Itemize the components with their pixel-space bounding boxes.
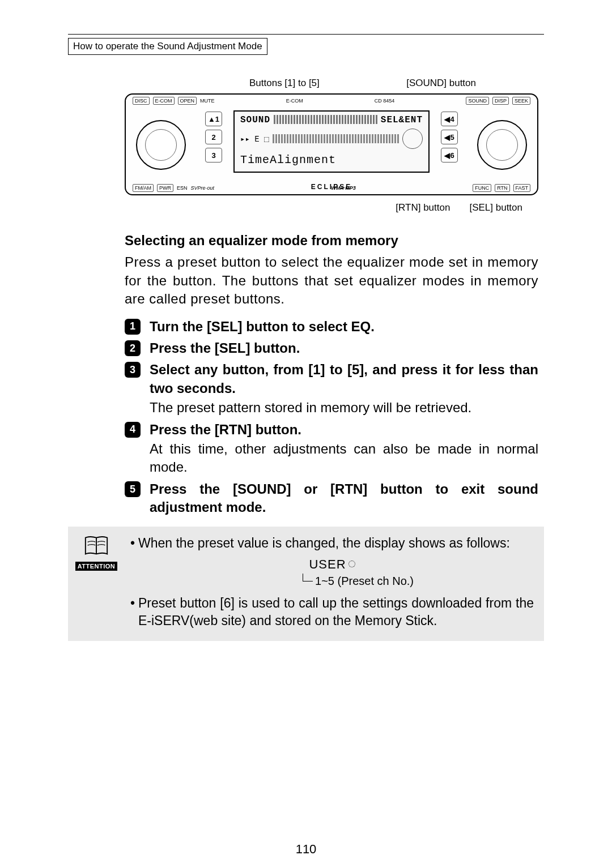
step-number-icon: 5 [125,481,141,497]
label-pwr: PWR [157,184,173,192]
preset-circle-icon [348,561,355,567]
attention-line-1: When the preset value is changed, the di… [138,535,534,552]
badge-svpreout: SVPre-out [191,185,215,191]
user-display-example: USER [130,556,534,573]
step-number-icon: 1 [125,319,141,335]
bullet-icon: • [130,535,138,552]
play-icon: ▸▸ E ⬚ [240,134,269,144]
section-title: Selecting an equalizer mode from memory [125,232,538,250]
attention-line-2: Preset button [6] is used to call up the… [138,595,534,630]
display-bars-icon [274,115,377,124]
steps-list: 1 Turn the [SEL] button to select EQ. 2 … [125,318,538,517]
label-func: FUNC [473,184,491,192]
preset-4: ◀ 4 [441,112,458,126]
intro-paragraph: Press a preset button to select the equa… [125,253,538,308]
label-fm-am: FM/AM [133,184,154,192]
brand-eclipse: ECLIPSE [311,183,352,191]
book-icon [83,533,109,559]
step-5: 5 Press the [SOUND] or [RTN] button to e… [125,480,538,517]
spectrum-icon [273,134,400,143]
label-rtn: RTN [495,184,509,192]
page-number: 110 [296,842,317,857]
stereo-faceplate: DISC E-COM OPEN MUTE E-COM CD 8454 SOUND… [125,93,538,195]
right-knob [477,120,527,170]
step-text: Press the [SEL] button. [150,340,300,356]
step-text: Press the [RTN] button. [150,422,301,437]
display-label-selent: SEL&ENT [381,115,423,125]
bullet-icon: • [130,595,138,630]
preset-5: ◀ 5 [441,130,458,144]
preset-1: ▲ 1 [205,112,222,126]
label-seek: SEEK [512,97,530,105]
callout-buttons-1-5: Buttons [1] to [5] [249,78,320,89]
label-sound: SOUND [466,97,489,105]
stereo-diagram: Buttons [1] to [5] [SOUND] button DISC E… [125,78,538,213]
step-number-icon: 2 [125,340,141,356]
step-note: At this time, other adjustments can also… [150,440,538,477]
label-mute: MUTE [200,98,215,104]
user-caption: 1~5 (Preset ch No.) [156,574,560,589]
step-number-icon: 4 [125,422,141,438]
stereo-display: SOUND SEL&ENT ▸▸ E ⬚ TimeAlignment [233,110,430,173]
label-open: OPEN [178,97,197,105]
body-content: Selecting an equalizer mode from memory … [125,232,538,516]
left-knob [136,120,186,170]
preset-6: ◀ 6 [441,148,458,163]
step-note: The preset pattern stored in memory will… [150,399,538,417]
step-1: 1 Turn the [SEL] button to select EQ. [125,318,538,336]
label-fast: FAST [513,184,531,192]
callout-sel-button: [SEL] button [469,202,522,213]
preset-buttons-left: ▲ 1 2 3 [205,112,222,163]
step-4: 4 Press the [RTN] button. At this time, … [125,421,538,477]
preset-2: 2 [205,130,222,144]
attention-body: • When the preset value is changed, the … [125,527,544,641]
label-brand-small: E-COM [286,98,303,104]
step-text: Select any button, from [1] to [5], and … [150,362,538,395]
label-ecom: E-COM [153,97,175,105]
manual-page: How to operate the Sound Adjustment Mode… [68,34,544,845]
label-model: CD 8454 [375,98,395,104]
label-disc: DISC [133,97,150,105]
attention-label: ATTENTION [75,562,118,571]
callout-rtn-button: [RTN] button [396,202,450,213]
step-text: Press the [SOUND] or [RTN] button to exi… [150,481,538,515]
step-3: 3 Select any button, from [1] to [5], an… [125,361,538,417]
preset-3: 3 [205,148,222,163]
breadcrumb: How to operate the Sound Adjustment Mode [68,38,267,55]
arrow-icon [303,574,313,581]
label-esn: ESN [177,185,188,191]
display-main-text: TimeAlignment [240,153,423,166]
top-labels: DISC E-COM OPEN MUTE E-COM CD 8454 SOUND… [133,97,530,105]
display-label-sound: SOUND [240,115,270,125]
dial-icon [402,129,423,149]
label-disp: DISP [492,97,509,105]
attention-block: ATTENTION • When the preset value is cha… [68,527,544,641]
attention-side: ATTENTION [68,527,125,641]
step-text: Turn the [SEL] button to select EQ. [150,319,375,334]
callout-sound-button: [SOUND] button [406,78,476,89]
step-2: 2 Press the [SEL] button. [125,339,538,357]
preset-buttons-right: ◀ 4 ◀ 5 ◀ 6 [441,112,458,163]
step-number-icon: 3 [125,362,141,378]
